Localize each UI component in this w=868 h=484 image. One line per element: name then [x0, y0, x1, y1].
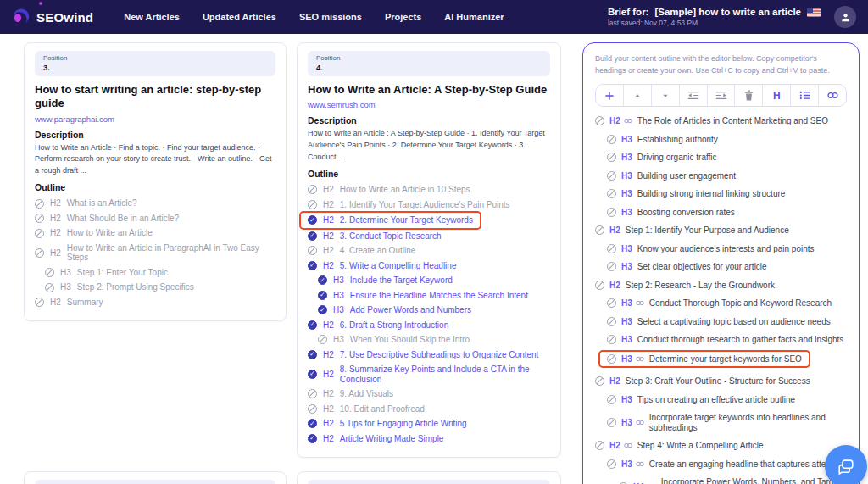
- heading-text: How to Write an Article in ParagraphAI i…: [67, 243, 275, 263]
- heading-text: When You Should Skip the Intro: [350, 335, 470, 345]
- move-up-button[interactable]: [624, 85, 652, 106]
- editor-outline-item[interactable]: H3 Select a captivating topic based on a…: [607, 317, 831, 327]
- link-icon: [826, 92, 839, 99]
- heading-level-label: H3: [621, 395, 632, 405]
- outline-item[interactable]: H3 Step 1: Enter Your Topic: [45, 268, 168, 278]
- outline-editor-panel: Build your content outline with the edit…: [582, 42, 860, 484]
- nav-ai-humanizer[interactable]: AI Humanizer: [444, 12, 504, 22]
- heading-text: Select a captivating topic based on audi…: [637, 317, 831, 327]
- toggle-status-icon: [308, 350, 317, 359]
- outline-item[interactable]: H2 Summary: [35, 298, 103, 308]
- heading-text: Incorporate target keywords into headlin…: [649, 413, 847, 432]
- status-icon: [595, 281, 604, 290]
- list-icon: [799, 91, 810, 100]
- competitor-card-4: Position 4. How to Write an Article: A S…: [297, 42, 561, 458]
- heading-level-label: H2: [609, 441, 620, 451]
- outline-item[interactable]: H2 9. Add Visuals: [308, 389, 393, 399]
- user-avatar-button[interactable]: [834, 6, 856, 28]
- editor-outline-item[interactable]: H3 Building strong internal linking stru…: [607, 189, 785, 199]
- list-button[interactable]: [791, 85, 819, 106]
- move-down-button[interactable]: [652, 85, 680, 106]
- status-icon: [607, 418, 616, 427]
- heading-level-label: H2: [323, 185, 334, 195]
- editor-outline-item[interactable]: H3 Building user engagement: [607, 171, 736, 181]
- outline-item[interactable]: H3 Step 2: Prompt Using Specifics: [45, 282, 194, 292]
- heading-button[interactable]: H: [763, 85, 791, 106]
- outline-item[interactable]: H2 5 Tips for Engaging Article Writing: [308, 419, 467, 429]
- editor-outline-item[interactable]: H3 Driving organic traffic: [607, 153, 717, 163]
- editor-outline-item[interactable]: H3 Know your audience's interests and pa…: [607, 244, 815, 254]
- editor-outline-item[interactable]: H2 Step 3: Craft Your Outline - Structur…: [595, 376, 810, 387]
- outline-item[interactable]: H2 3. Conduct Topic Research: [308, 231, 442, 242]
- outline-item[interactable]: H2 7. Use Descriptive Subheadings to Org…: [308, 350, 538, 360]
- heading-text: 5 Tips for Engaging Article Writing: [340, 419, 467, 429]
- editor-outline-item[interactable]: H3 Tips on creating an effective article…: [607, 395, 795, 405]
- editor-outline-item[interactable]: H3 Set clear objectives for your article: [607, 262, 767, 272]
- editor-outline-item[interactable]: H2 Step 4: Write a Compelling Article: [595, 441, 764, 451]
- status-icon: [607, 459, 616, 469]
- trash-icon: [744, 90, 754, 101]
- heading-level-label: H3: [333, 275, 344, 286]
- outline-item[interactable]: H2 What Should Be in an Article?: [35, 214, 179, 224]
- editor-outline-item[interactable]: H3 Conduct Thorough Topic and Keyword Re…: [607, 298, 832, 309]
- toggle-status-icon: [308, 215, 317, 225]
- toggle-status-icon: [308, 231, 317, 241]
- editor-outline-item[interactable]: H3 Establishing authority: [607, 135, 718, 145]
- outline-item[interactable]: H2 How to Write an Article in ParagraphA…: [35, 243, 275, 263]
- outline-item[interactable]: H2 10. Edit and Proofread: [308, 404, 425, 414]
- heading-text: Step 1: Enter Your Topic: [77, 268, 168, 278]
- nav-projects[interactable]: Projects: [385, 12, 421, 22]
- heading-level-label: H3: [621, 317, 632, 327]
- outline-item[interactable]: H2 What is an Article?: [35, 198, 137, 209]
- outline-item[interactable]: H2 5. Write a Compelling Headline: [308, 261, 456, 271]
- nav-new-articles[interactable]: New Articles: [124, 12, 180, 22]
- outline-item[interactable]: H2 8. Summarize Key Points and Include a…: [308, 364, 550, 384]
- indent-icon: [715, 91, 727, 100]
- heading-level-label: H3: [621, 189, 632, 199]
- editor-outline-item[interactable]: H3 Create an engaging headline that capt…: [607, 459, 844, 470]
- heading-text: Summary: [67, 298, 103, 308]
- editor-outline-item[interactable]: H4 Incorporate Power Words, Numbers, and…: [619, 477, 847, 484]
- link-button[interactable]: [819, 85, 846, 106]
- nav-updated-articles[interactable]: Updated Articles: [203, 12, 276, 22]
- seowind-logo[interactable]: SEOwind: [12, 8, 93, 26]
- toggle-status-icon: [35, 214, 44, 223]
- outline-item[interactable]: H3 Ensure the Headline Matches the Searc…: [318, 291, 528, 301]
- editor-outline-item[interactable]: H3 Conduct thorough research to gather f…: [607, 335, 843, 345]
- editor-outline-item[interactable]: H2 Step 2: Research - Lay the Groundwork: [595, 281, 775, 291]
- outline-item[interactable]: H3 Include the Target Keyword: [318, 275, 453, 286]
- chat-widget-button[interactable]: [825, 445, 867, 484]
- status-icon: [607, 262, 616, 271]
- heading-level-label: H2: [323, 231, 334, 242]
- heading-level-label: H3: [621, 354, 632, 364]
- toggle-status-icon: [318, 291, 327, 300]
- outline-item[interactable]: H2 6. Draft a Strong Introduction: [308, 320, 448, 331]
- heading-text: How to Write an Article in 10 Steps: [340, 185, 470, 195]
- heading-text: 4. Create an Outline: [340, 246, 416, 256]
- heading-level-label: H2: [609, 225, 620, 236]
- outline-item[interactable]: H2 1. Identify Your Target Audience's Pa…: [308, 200, 510, 210]
- editor-outline-item[interactable]: H3 Boosting conversion rates: [607, 208, 735, 218]
- editor-outline-item[interactable]: H2 The Role of Articles in Content Marke…: [595, 116, 828, 126]
- nav-seo-missions[interactable]: SEO missions: [299, 12, 362, 22]
- delete-button[interactable]: [735, 85, 763, 106]
- outline-item[interactable]: H3 Add Power Words and Numbers: [318, 305, 471, 315]
- indent-button[interactable]: [708, 85, 736, 106]
- outline-item[interactable]: H2 2. Determine Your Target Keywords: [299, 211, 481, 230]
- outline-item[interactable]: H2 How to Write an Article in 10 Steps: [308, 185, 470, 195]
- competitor-url[interactable]: www.semrush.com: [308, 100, 550, 109]
- outline-item[interactable]: H2 4. Create an Outline: [308, 246, 415, 256]
- editor-outline-item[interactable]: H2 Step 1: Identify Your Purpose and Aud…: [595, 225, 789, 236]
- outdent-button[interactable]: [680, 85, 708, 106]
- toggle-status-icon: [308, 434, 317, 443]
- competitor-url[interactable]: www.paragraphai.com: [35, 114, 275, 124]
- heading-level-label: H2: [323, 404, 334, 414]
- outline-item[interactable]: H3 When You Should Skip the Intro: [318, 335, 470, 345]
- outline-item[interactable]: H2 Article Writing Made Simple: [308, 434, 443, 444]
- heading-level-label: H2: [323, 434, 334, 444]
- editor-outline-item[interactable]: H3 Determine your target keywords for SE…: [598, 350, 810, 369]
- editor-outline-item[interactable]: H3 Incorporate target keywords into head…: [607, 413, 847, 432]
- add-heading-button[interactable]: [596, 85, 624, 106]
- outline-item[interactable]: H2 How to Write an Article: [35, 228, 153, 238]
- competitor-card-6: Position 6. Last Updated over 2 years Ho…: [297, 471, 561, 484]
